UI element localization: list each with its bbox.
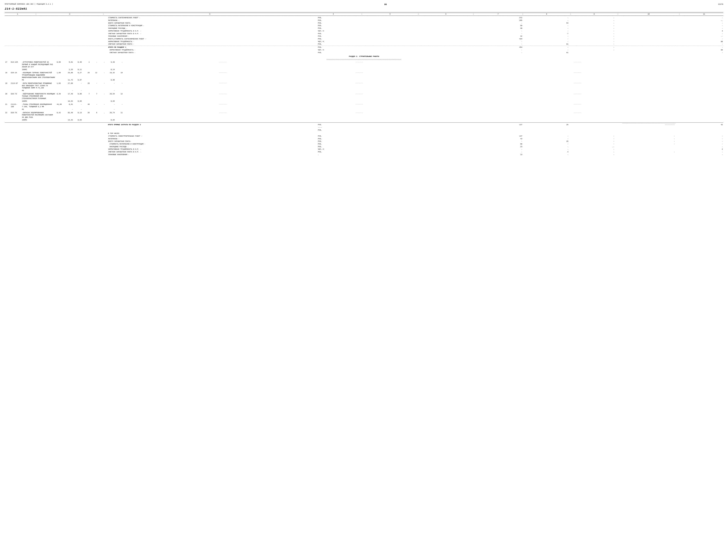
- totals-unit3: РУБ.: [318, 129, 365, 132]
- section1-row: СМЕТНАЯ ЗАРАБОТНАЯ ПЛАТА В Н.Р. -РУБ.-7-…: [5, 32, 723, 35]
- col-sep: :: [612, 13, 624, 16]
- section1-row: ПЛАНОВЫЕ НАКОПЛЕНИЯ -РУБ.32--.-: [5, 35, 723, 38]
- section2-row: 20Е26-73-ОБЁРТЫВАНИЕ ПОВЕРХНОСТИ ИЗОЛЯЦИ…: [5, 93, 723, 100]
- section2-row: 18Е26-16-ИЗОЛЯЦИЯ ГОРЯЧИХ ПОВЕРХНОСТЕЙ Т…: [5, 71, 723, 79]
- section1-row: НАКЛАДНЫЕ РАСХОДЫ -РУБ.30---: [5, 27, 723, 30]
- section2-subrow: 100М214,420,030,04: [5, 119, 723, 121]
- col-header-8: 8: [528, 13, 565, 16]
- page-number: 86: [384, 3, 387, 6]
- section2-row: 21С1113-180-ТКАНЬ СТЕКЛЯННАЯ ИЗОЛЯЦИОННА…: [5, 103, 723, 108]
- breakdown-row: СТОИМОСТЬ МАТЕРИАЛОВ И КОНСТРУКЦИЯ -РУБ.…: [5, 143, 723, 145]
- section2-totals-table: ИТОГО ПРЯМЫЕ ЗАТРАТЫ ПО РАЗДЕЛУ 2 РУБ. 1…: [5, 123, 723, 135]
- breakdown-table: СТОИМОСТЬ СЕБЕСТРОИТЕЛЬНЫХ РАБОТ -РУБ.13…: [5, 135, 723, 156]
- section1-row: НОРМАТИВНАЯ ТРУДОЁМКОСТЬ -ЧЕЛ.-Ч---88: [5, 40, 723, 43]
- section1-total-row: ИТОГО ПО РАЗДЕЛУ 1РУБ.454---: [5, 46, 723, 49]
- totals-unit1: РУБ.: [318, 123, 365, 126]
- section1-total-row: СМЕТНАЯ ЗАРАБОТНАЯ ПЛАТА -РУБ.-61-: [5, 51, 723, 54]
- col-sep: :: [517, 13, 528, 16]
- totals-row3: РУБ.: [5, 129, 723, 132]
- in-total-label: В ТОМ ЧИСЛЕ:: [106, 131, 318, 135]
- col-header-1: 1: [5, 13, 30, 16]
- col-header-10: 10: [624, 13, 674, 16]
- section1-row: СТОИМОСТЬ МАТЕРИАЛОВ И КОНСТРУКЦИЯ -РУБ.…: [5, 24, 723, 27]
- totals-label1: ИТОГО ПРЯМЫЕ ЗАТРАТЫ ПО РАЗДЕЛУ 2: [106, 123, 318, 126]
- section1-row: СТОИМОСТЬ САНТЕХНИЧЕСКИХ РАБОТ -РУБ.372-…: [5, 16, 723, 19]
- section2-subrow: 100М22,250,110,14: [5, 68, 723, 71]
- section2-subrow: 100М216,520,030,04: [5, 100, 723, 103]
- totals-row2: ----: [5, 126, 723, 129]
- col-sep: :: [413, 13, 424, 16]
- doc-title: 214-1-522м91: [5, 7, 723, 11]
- col-header-7: 7: [479, 13, 517, 16]
- col-sep: :: [356, 13, 367, 16]
- breakdown-row: МАТЕРИАЛЫ -РУБ.43----: [5, 138, 723, 140]
- in-total-row: В ТОМ ЧИСЛЕ:: [5, 131, 723, 135]
- section2-row: 22Е26-76-ОКРАСКА ИЗОЛИРОВАННЫХ ПОВЕРХНОС…: [5, 111, 723, 119]
- col-header-4: 4: [310, 13, 356, 16]
- col-sep: :: [30, 13, 41, 16]
- breakdown-row: ВСЕГО ЗАРАБОТНАЯ ПЛАТА-РУБ.-25---: [5, 140, 723, 143]
- totals-col8: 25: [530, 123, 569, 126]
- breakdown-row: НОРМАТИВНАЯ ТРУДОЁМКОСТЬ В Н.Р. -ЧЕЛ.-Ч-…: [5, 148, 723, 151]
- col-sep: :: [565, 13, 576, 16]
- totals-unit2: ----: [318, 126, 365, 129]
- section1-row: ВСЕГО,СТОИМОСТЬ САНТЕХНИЧЕСКИХ РАБОТ -РУ…: [5, 38, 723, 40]
- breakdown-row: НАКЛАДНЫЕ РАСХОДЫ -РУБ.23-.--: [5, 145, 723, 148]
- col-sep: :: [468, 13, 479, 16]
- col-header-2: 2: [41, 13, 98, 16]
- section1-table: СТОИМОСТЬ САНТЕХНИЧЕСКИХ РАБОТ -РУБ.372-…: [5, 16, 723, 46]
- col-header-5: 5: [367, 13, 413, 16]
- section1-row: МАТЕРИАЛЫ -РУБ.265---,: [5, 19, 723, 22]
- doc-number: 22270: [718, 3, 723, 6]
- breakdown-row: СТОИМОСТЬ СЕБЕСТРОИТЕЛЬНЫХ РАБОТ -РУБ.13…: [5, 135, 723, 138]
- section1-total-row: НОРМАТИВНАЯ ТРУДОЁМКОСТЬ -ЧЕЛ.-Ч---88: [5, 49, 723, 51]
- breakdown-row: ПЛАНОВЫЕ НАКОПЛЕНИЯ -.13---: [5, 153, 723, 156]
- col-header-6: 6: [424, 13, 468, 16]
- totals-row1: ИТОГО ПРЯМЫЕ ЗАТРАТЫ ПО РАЗДЕЛУ 2 РУБ. 1…: [5, 123, 723, 126]
- col-header-9: 9: [576, 13, 612, 16]
- col-header-11: 11: [685, 13, 723, 16]
- section1-row: СМЕТНАЯ ЗАРАБОТНАЯ ПЛАТА -РУБ.-61--: [5, 43, 723, 46]
- totals-col11: 42: [683, 123, 723, 126]
- section2-header: РАЗДЕЛ 2. СТРОИТЕЛЬНЫЕ РАБОТЫ: [5, 54, 723, 58]
- section1-totals: ИТОГО ПО РАЗДЕЛУ 1РУБ.454---НОРМАТИВНАЯ …: [5, 46, 723, 54]
- section2-row: 17Е13-125-ОГРУНТОВКА ПОВЕРХНОСТЕЙ ЗА ПЕР…: [5, 61, 723, 68]
- equals-decoration: ========================================…: [5, 58, 723, 61]
- totals-col7: 137: [482, 123, 523, 126]
- col-sep: :: [674, 13, 685, 16]
- col-sep: :: [98, 13, 109, 16]
- section2-subrow: М2---: [5, 108, 723, 111]
- section2-table: 17Е13-125-ОГРУНТОВКА ПОВЕРХНОСТЕЙ ЗА ПЕР…: [5, 61, 723, 122]
- section2-subrow: М311,720,070,09: [5, 79, 723, 81]
- col-header-3: 3: [109, 13, 310, 16]
- breakdown-row: СМЕТНАЯ ЗАРАБОТНАЯ ПЛАТА В Н.Р. -РУБ.-4-…: [5, 151, 723, 153]
- section2-subrow: М3---: [5, 89, 723, 92]
- section2-row: 19С114-97-МАТЫ МИНЕРАЛОВАТНЫЕ ПРОШИВНЫЕ …: [5, 82, 723, 89]
- program-header: ПРОГРАММНЫЙ КОМПЛЕКС АВС-3ЕС ( РЕДАКЦИЯ …: [5, 3, 53, 5]
- section1-row: НОРМАТИВНАЯ ТРУДОЁМКОСТЬ В Н.Р. -ЧЕЛ.-Ч-…: [5, 30, 723, 32]
- section1-row: ВСЕГО ЗАРАБОТНАЯ ПЛАТА-РУБ.-54--: [5, 22, 723, 24]
